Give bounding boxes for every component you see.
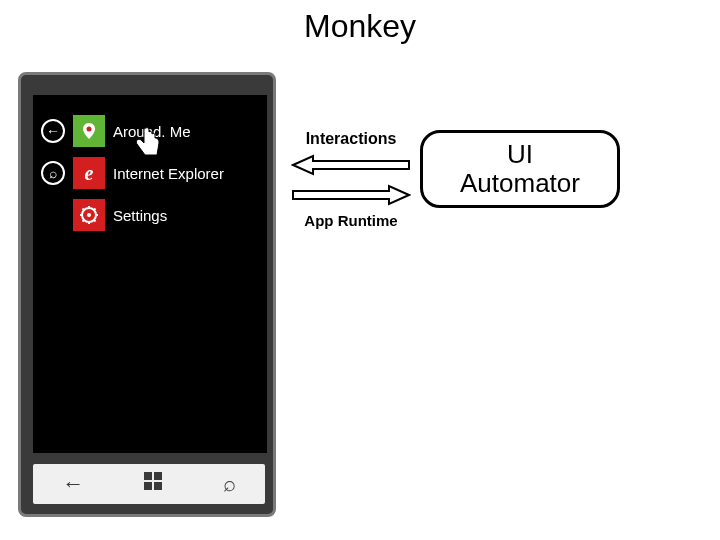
app-row-settings[interactable]: Settings bbox=[41, 197, 259, 233]
pin-glyph: ⌕ bbox=[49, 166, 57, 180]
app-list: ← Around. Me ⌕ e Internet Explorer bbox=[33, 95, 267, 233]
svg-marker-15 bbox=[293, 156, 409, 174]
settings-icon bbox=[73, 199, 105, 231]
arrow-right-icon bbox=[291, 184, 411, 206]
svg-rect-13 bbox=[144, 482, 152, 490]
pin-icon: ← bbox=[41, 119, 65, 143]
app-row-aroundme[interactable]: ← Around. Me bbox=[41, 113, 259, 149]
ui-automator-box: UI Automator bbox=[420, 130, 620, 208]
search-button[interactable]: ⌕ bbox=[223, 471, 236, 497]
app-label: Settings bbox=[113, 207, 167, 224]
svg-point-2 bbox=[87, 213, 91, 217]
svg-rect-12 bbox=[154, 472, 162, 480]
arrows bbox=[286, 154, 416, 206]
automator-line1: UI bbox=[460, 140, 580, 169]
interactions-label: Interactions bbox=[286, 130, 416, 148]
app-runtime-label: App Runtime bbox=[286, 212, 416, 229]
pin-glyph: ← bbox=[46, 124, 60, 138]
arrow-left-icon bbox=[291, 154, 411, 176]
automator-line2: Automator bbox=[460, 169, 580, 198]
pin-icon: ⌕ bbox=[41, 161, 65, 185]
svg-line-7 bbox=[83, 209, 85, 211]
svg-rect-11 bbox=[144, 472, 152, 480]
app-label: Around. Me bbox=[113, 123, 191, 140]
aroundme-icon bbox=[73, 115, 105, 147]
back-button[interactable]: ← bbox=[62, 471, 84, 497]
svg-point-0 bbox=[87, 127, 92, 132]
slide-title: Monkey bbox=[0, 8, 720, 45]
svg-line-8 bbox=[94, 220, 96, 222]
phone-nav-bar: ← ⌕ bbox=[33, 464, 265, 504]
app-label: Internet Explorer bbox=[113, 165, 224, 182]
svg-line-10 bbox=[94, 209, 96, 211]
svg-rect-14 bbox=[154, 482, 162, 490]
arrow-group: Interactions App Runtime bbox=[286, 130, 416, 229]
phone-frame: ← Around. Me ⌕ e Internet Explorer bbox=[18, 72, 276, 517]
svg-marker-16 bbox=[293, 186, 409, 204]
home-button[interactable] bbox=[142, 470, 164, 498]
app-row-ie[interactable]: ⌕ e Internet Explorer bbox=[41, 155, 259, 191]
svg-line-9 bbox=[83, 220, 85, 222]
phone-screen: ← Around. Me ⌕ e Internet Explorer bbox=[33, 95, 267, 453]
ie-icon: e bbox=[73, 157, 105, 189]
